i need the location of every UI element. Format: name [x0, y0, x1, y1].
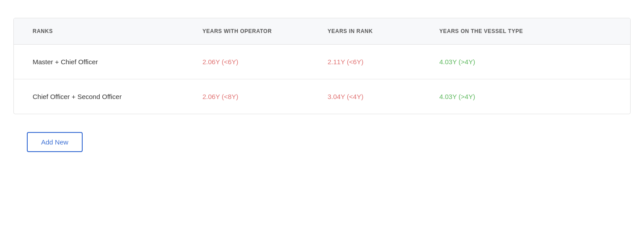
- years-in-rank-value: 3.04Y (<4Y): [322, 79, 434, 114]
- rank-name: Chief Officer + Second Officer: [27, 79, 197, 114]
- years-on-vessel-value: 4.03Y (>4Y): [434, 45, 559, 79]
- edit-button[interactable]: [594, 60, 598, 64]
- col-header-years-on-vessel: YEARS ON THE VESSEL TYPE: [434, 18, 559, 44]
- col-header-actions: [559, 18, 613, 44]
- years-in-rank-value: 2.11Y (<6Y): [322, 45, 434, 79]
- years-with-operator-value: 2.06Y (<6Y): [197, 45, 322, 79]
- table-row: Master + Chief Officer 2.06Y (<6Y) 2.11Y…: [14, 45, 630, 79]
- table-header: RANKS YEARS WITH OPERATOR YEARS IN RANK …: [14, 18, 630, 45]
- col-header-ranks: RANKS: [27, 18, 197, 44]
- edit-button[interactable]: [594, 95, 598, 99]
- add-new-button[interactable]: Add New: [27, 132, 83, 152]
- row-actions: [559, 47, 613, 77]
- delete-button[interactable]: [604, 60, 607, 64]
- delete-button[interactable]: [604, 95, 607, 99]
- years-with-operator-value: 2.06Y (<8Y): [197, 79, 322, 114]
- row-actions: [559, 82, 613, 112]
- table-row: Chief Officer + Second Officer 2.06Y (<8…: [14, 79, 630, 114]
- col-header-years-in-rank: YEARS IN RANK: [322, 18, 434, 44]
- col-header-years-with-operator: YEARS WITH OPERATOR: [197, 18, 322, 44]
- rank-name: Master + Chief Officer: [27, 45, 197, 79]
- ranks-table: RANKS YEARS WITH OPERATOR YEARS IN RANK …: [13, 18, 631, 114]
- years-on-vessel-value: 4.03Y (>4Y): [434, 79, 559, 114]
